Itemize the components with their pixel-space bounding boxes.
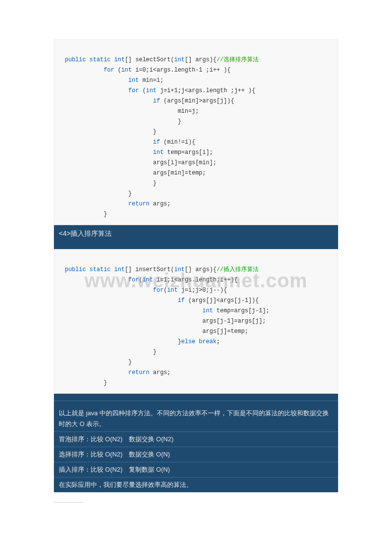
code-comment: //选择排序算法 xyxy=(217,56,259,63)
code-text: return xyxy=(61,201,149,207)
code-text: [] selectSort( xyxy=(125,56,174,63)
code-text: args[j-1]=args[j]; xyxy=(61,318,266,325)
code-text: return xyxy=(61,369,149,376)
complexity-bubble: 冒泡排序：比较 O(N2) 数据交换 O(N2) xyxy=(54,431,338,447)
code-text: } xyxy=(61,338,181,345)
code-block-select-sort: public static int[] selectSort(int[] arg… xyxy=(54,39,338,225)
code-text: } xyxy=(61,211,107,218)
code-text: min=j; xyxy=(61,108,199,115)
code-text: int xyxy=(61,149,164,156)
code-text: int xyxy=(61,77,139,84)
code-text: for xyxy=(61,277,139,283)
code-text: j=i+1;j<args.length ;j++ ){ xyxy=(156,87,255,94)
code-text: ; xyxy=(217,338,220,345)
code-text: } xyxy=(61,118,181,125)
code-text: int xyxy=(146,87,157,94)
code-text: [] insertSort( xyxy=(125,266,174,273)
code-text: [] args){ xyxy=(185,56,217,63)
code-text: temp=args[j-1]; xyxy=(213,307,270,314)
code-text: ( xyxy=(139,277,142,283)
code-text: else break xyxy=(181,338,217,345)
code-text: int xyxy=(174,56,185,63)
section-header-insert-sort: <4>插入排序算法 xyxy=(54,225,338,242)
code-comment: //插入排序算法 xyxy=(217,266,259,273)
summary-intro: 以上就是 java 中的四种排序方法。不同的方法效率不一样，下面是不同的算法的比… xyxy=(54,401,338,431)
code-text: public static int xyxy=(61,56,125,63)
code-text: } xyxy=(61,128,156,135)
code-text: for xyxy=(61,287,164,294)
complexity-select: 选择排序：比较 O(N2) 数据交换 O(N) xyxy=(54,447,338,462)
footer-line xyxy=(54,502,83,503)
code-text: args; xyxy=(149,369,171,376)
code-text: for xyxy=(61,87,143,94)
code-text: args[j]=temp; xyxy=(61,328,248,335)
summary-outro: 在实际应用中，我们要尽量选择效率高的算法。 xyxy=(54,477,338,492)
code-text: i=0;i<args.length-1 ;i++ ){ xyxy=(132,67,231,74)
code-text: public static int xyxy=(61,266,125,273)
code-text: ( xyxy=(164,287,167,294)
code-text: for xyxy=(61,67,118,74)
code-text: ( xyxy=(143,87,146,94)
code-text: args[min]=temp; xyxy=(61,170,206,177)
code-block-insert-sort: public static int[] insertSort(int[] arg… xyxy=(54,249,338,394)
code-text: args; xyxy=(149,201,171,207)
spacer xyxy=(54,242,338,249)
code-text: if xyxy=(61,98,164,104)
code-text: } xyxy=(61,349,156,355)
code-text: if xyxy=(61,297,188,304)
code-text: i=1;i<args.length;i++){ xyxy=(153,277,238,283)
code-text: int xyxy=(121,67,132,74)
code-text: (args[min]>args[j]){ xyxy=(164,98,234,104)
code-text: (min!=i){ xyxy=(164,139,196,146)
code-text: j=i;j>0;j--){ xyxy=(178,287,227,294)
code-text: if xyxy=(61,139,164,146)
spacer xyxy=(54,394,338,401)
code-text: } xyxy=(61,379,107,386)
code-text: } xyxy=(61,190,132,197)
code-text: [] args){ xyxy=(185,266,217,273)
code-text: int xyxy=(61,307,213,314)
code-text: } xyxy=(61,180,156,187)
code-text: (args[j]<args[j-1]){ xyxy=(188,297,259,304)
code-text: min=i; xyxy=(139,77,163,84)
code-text: temp=args[i]; xyxy=(164,149,213,156)
code-text: int xyxy=(167,287,178,294)
code-text: int xyxy=(174,266,185,273)
code-text: } xyxy=(61,359,132,366)
complexity-insert: 插入排序：比较 O(N2) 复制数据 O(N) xyxy=(54,462,338,477)
code-text: int xyxy=(143,277,153,283)
code-text: args[i]=args[min]; xyxy=(61,159,217,166)
